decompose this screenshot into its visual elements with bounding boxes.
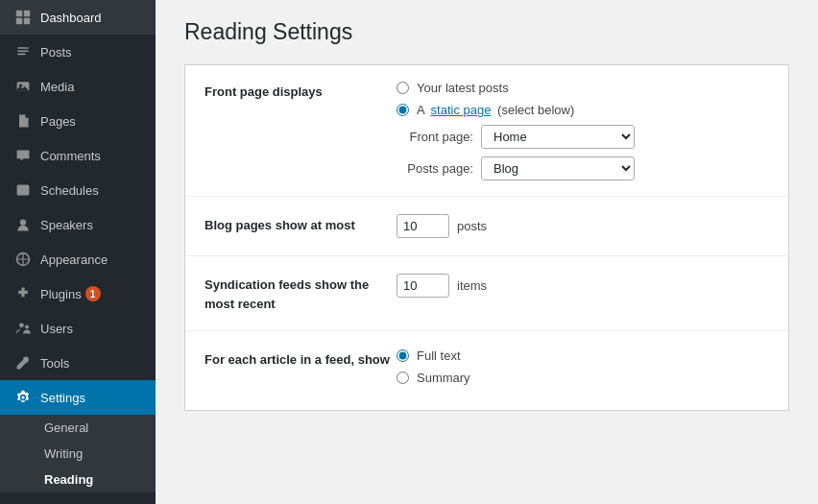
syndication-input[interactable] [397, 274, 449, 298]
sidebar-item-settings-label: Settings [40, 391, 85, 405]
svg-rect-2 [16, 18, 22, 24]
radio-full-text[interactable] [397, 349, 409, 362]
static-page-link[interactable]: static page [431, 103, 492, 117]
feed-article-control: Full text Summary [397, 348, 769, 393]
settings-icon [13, 388, 33, 407]
sidebar: Dashboard Posts Media Pages Comments Sch… [0, 0, 156, 504]
sidebar-item-users[interactable]: Users [0, 311, 156, 346]
svg-rect-0 [16, 11, 22, 16]
users-icon [13, 319, 33, 338]
sidebar-item-tools[interactable]: Tools [0, 346, 156, 380]
svg-point-5 [19, 84, 22, 87]
feed-article-label: For each article in a feed, show [204, 348, 397, 370]
svg-point-7 [20, 219, 26, 225]
front-page-displays-control: Your latest posts A static page (select … [397, 81, 769, 180]
submenu-writing[interactable]: Writing [0, 441, 156, 467]
sidebar-item-pages[interactable]: Pages [0, 104, 156, 138]
syndication-control: items [397, 274, 769, 298]
blog-pages-suffix: posts [457, 219, 487, 233]
tools-icon [13, 353, 33, 372]
syndication-label: Syndication feeds show the most recent [204, 274, 397, 313]
plugins-badge: 1 [85, 286, 101, 301]
posts-page-select-label: Posts page: [397, 161, 473, 176]
radio-latest[interactable] [397, 82, 409, 94]
sidebar-item-speakers-label: Speakers [40, 218, 93, 232]
sidebar-item-plugins[interactable]: Plugins 1 [0, 276, 156, 311]
appearance-icon [13, 250, 33, 269]
comments-icon [13, 146, 33, 165]
svg-rect-1 [24, 11, 30, 16]
radio-full-text-label: Full text [417, 348, 461, 363]
sidebar-item-schedules[interactable]: Schedules [0, 173, 156, 207]
blog-pages-control: posts [397, 214, 769, 238]
svg-point-9 [19, 323, 24, 327]
page-title: Reading Settings [184, 19, 789, 45]
settings-arrow [150, 393, 156, 402]
sidebar-item-pages-label: Pages [40, 114, 76, 129]
sidebar-item-speakers[interactable]: Speakers [0, 207, 156, 242]
front-page-select-label: Front page: [397, 130, 473, 144]
blog-pages-row: Blog pages show at most posts [185, 197, 788, 256]
pages-icon [13, 111, 33, 131]
submenu-reading[interactable]: Reading [0, 467, 156, 492]
speakers-icon [13, 215, 33, 234]
main-content: Reading Settings Front page displays You… [156, 0, 818, 504]
radio-static[interactable] [397, 104, 409, 116]
radio-summary[interactable] [397, 372, 409, 384]
radio-option-summary[interactable]: Summary [397, 371, 769, 385]
radio-summary-label: Summary [417, 371, 470, 385]
schedules-icon [13, 180, 33, 200]
sidebar-item-media[interactable]: Media [0, 69, 156, 104]
sidebar-item-appearance[interactable]: Appearance [0, 242, 156, 276]
radio-option-full-text[interactable]: Full text [397, 348, 769, 363]
svg-rect-6 [17, 184, 30, 195]
radio-static-label: A static page (select below) [417, 103, 574, 117]
front-page-displays-row: Front page displays Your latest posts A … [185, 65, 788, 197]
sidebar-item-tools-label: Tools [40, 356, 69, 371]
sidebar-item-dashboard[interactable]: Dashboard [0, 0, 156, 35]
posts-page-select[interactable]: Blog Home About Contact [481, 156, 635, 180]
front-page-select[interactable]: Home About Contact Blog [481, 125, 635, 149]
sidebar-item-posts[interactable]: Posts [0, 35, 156, 69]
syndication-suffix: items [457, 278, 487, 293]
sidebar-item-appearance-label: Appearance [40, 252, 108, 267]
dashboard-icon [13, 8, 33, 27]
front-page-displays-label: Front page displays [204, 81, 397, 102]
sidebar-item-posts-label: Posts [40, 45, 72, 60]
sidebar-item-comments-label: Comments [40, 149, 101, 163]
sidebar-item-comments[interactable]: Comments [0, 138, 156, 173]
svg-rect-3 [24, 18, 30, 24]
submenu-general[interactable]: General [0, 415, 156, 441]
radio-option-static[interactable]: A static page (select below) [397, 103, 769, 117]
media-icon [13, 77, 33, 96]
sidebar-item-schedules-label: Schedules [40, 183, 99, 198]
posts-icon [13, 42, 33, 61]
blog-pages-input[interactable] [397, 214, 449, 238]
radio-option-latest[interactable]: Your latest posts [397, 81, 769, 95]
sidebar-item-plugins-label: Plugins [40, 287, 82, 301]
blog-pages-label: Blog pages show at most [204, 214, 397, 235]
plugins-icon [13, 284, 33, 303]
sidebar-item-dashboard-label: Dashboard [40, 11, 102, 25]
sidebar-item-users-label: Users [40, 322, 73, 336]
radio-latest-label: Your latest posts [417, 81, 509, 95]
sidebar-item-media-label: Media [40, 80, 74, 94]
syndication-row: Syndication feeds show the most recent i… [185, 256, 788, 331]
posts-page-select-row: Posts page: Blog Home About Contact [397, 156, 769, 180]
svg-point-10 [25, 324, 29, 328]
sidebar-item-settings[interactable]: Settings [0, 380, 156, 415]
feed-article-row: For each article in a feed, show Full te… [185, 331, 788, 410]
front-page-select-row: Front page: Home About Contact Blog [397, 125, 769, 149]
